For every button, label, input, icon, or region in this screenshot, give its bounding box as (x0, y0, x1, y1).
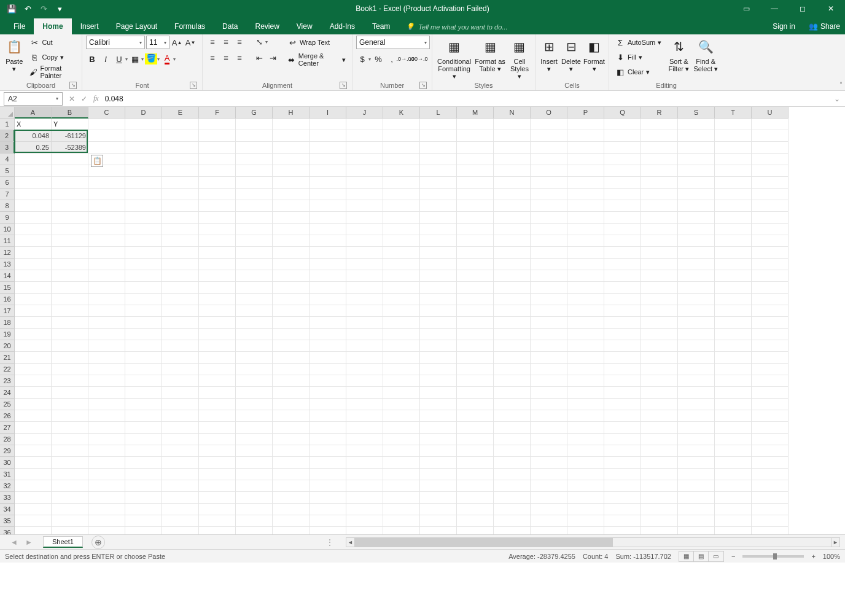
cell[interactable] (715, 165, 752, 177)
cell[interactable] (531, 177, 567, 189)
cell[interactable] (678, 270, 715, 282)
cell[interactable] (494, 329, 531, 340)
cell[interactable] (52, 492, 88, 504)
cell[interactable] (494, 270, 531, 282)
cell[interactable] (236, 142, 273, 154)
clipboard-dialog-launcher[interactable]: ↘ (69, 82, 77, 89)
cell[interactable] (236, 177, 273, 189)
cell[interactable] (88, 352, 125, 364)
formula-input[interactable]: 0.048 (99, 95, 829, 103)
cell[interactable] (457, 329, 494, 340)
cell[interactable] (641, 247, 678, 259)
cell[interactable] (346, 340, 383, 352)
cell[interactable] (715, 434, 752, 445)
cell[interactable] (88, 480, 125, 492)
cell[interactable] (604, 399, 641, 410)
cell[interactable] (567, 399, 604, 410)
cell[interactable] (199, 259, 236, 270)
cell[interactable] (273, 457, 310, 469)
cell[interactable] (125, 259, 162, 270)
cell[interactable] (494, 515, 531, 527)
cell[interactable] (199, 142, 236, 154)
cell[interactable] (199, 294, 236, 305)
cell[interactable] (52, 154, 88, 165)
cell[interactable] (383, 527, 420, 534)
cell[interactable] (199, 480, 236, 492)
align-bottom-icon[interactable]: ≡ (233, 36, 246, 48)
cell[interactable] (494, 282, 531, 294)
cell[interactable] (125, 270, 162, 282)
cell[interactable] (641, 515, 678, 527)
cell[interactable] (346, 142, 383, 154)
cell[interactable] (715, 200, 752, 212)
cell[interactable] (420, 410, 457, 422)
row-header[interactable]: 6 (0, 177, 15, 189)
cell[interactable] (715, 457, 752, 469)
cell[interactable] (199, 270, 236, 282)
cell[interactable] (457, 317, 494, 329)
cell[interactable] (641, 200, 678, 212)
alignment-dialog-launcher[interactable]: ↘ (340, 82, 347, 89)
cell[interactable] (678, 212, 715, 224)
cell[interactable] (457, 200, 494, 212)
cell[interactable] (125, 515, 162, 527)
column-header[interactable]: H (273, 107, 310, 119)
cell[interactable] (457, 387, 494, 399)
cell[interactable] (236, 480, 273, 492)
cell[interactable] (15, 154, 52, 165)
cell[interactable] (236, 317, 273, 329)
cell[interactable] (199, 492, 236, 504)
cell[interactable] (125, 399, 162, 410)
cell[interactable] (346, 364, 383, 375)
column-header[interactable]: L (420, 107, 457, 119)
cell[interactable] (346, 282, 383, 294)
cell[interactable] (752, 504, 789, 515)
cell[interactable] (494, 154, 531, 165)
cell[interactable] (310, 259, 346, 270)
cell[interactable] (15, 305, 52, 317)
cell[interactable] (15, 515, 52, 527)
cell[interactable] (420, 235, 457, 247)
cell[interactable] (715, 527, 752, 534)
cell[interactable] (678, 165, 715, 177)
cell[interactable] (383, 294, 420, 305)
cell[interactable] (567, 340, 604, 352)
cell[interactable] (567, 422, 604, 434)
cell[interactable] (715, 224, 752, 235)
cell[interactable] (346, 305, 383, 317)
orientation-icon[interactable]: ⤡ (253, 36, 265, 48)
row-header[interactable]: 22 (0, 364, 15, 375)
cell[interactable] (236, 282, 273, 294)
cell[interactable] (52, 212, 88, 224)
cell[interactable] (236, 504, 273, 515)
row-header[interactable]: 20 (0, 340, 15, 352)
cell[interactable] (88, 399, 125, 410)
cell[interactable] (567, 492, 604, 504)
cell[interactable] (567, 469, 604, 480)
cell[interactable] (199, 527, 236, 534)
cell[interactable] (236, 119, 273, 130)
cell[interactable] (52, 527, 88, 534)
cell[interactable] (752, 235, 789, 247)
cell[interactable] (531, 352, 567, 364)
paste-options-icon[interactable]: 📋 (91, 155, 103, 167)
number-dialog-launcher[interactable]: ↘ (419, 82, 427, 89)
cell[interactable] (346, 177, 383, 189)
cell[interactable] (236, 387, 273, 399)
cell[interactable] (494, 165, 531, 177)
cell[interactable] (310, 410, 346, 422)
cell[interactable] (273, 492, 310, 504)
cell[interactable] (457, 434, 494, 445)
cell[interactable] (273, 282, 310, 294)
cell[interactable] (310, 154, 346, 165)
cell[interactable] (273, 235, 310, 247)
column-header[interactable]: M (457, 107, 494, 119)
cell[interactable] (604, 340, 641, 352)
cell[interactable] (383, 399, 420, 410)
cell[interactable] (641, 527, 678, 534)
cell[interactable] (604, 224, 641, 235)
cell[interactable] (15, 177, 52, 189)
cell[interactable] (125, 434, 162, 445)
cell[interactable] (310, 200, 346, 212)
cell[interactable] (15, 200, 52, 212)
